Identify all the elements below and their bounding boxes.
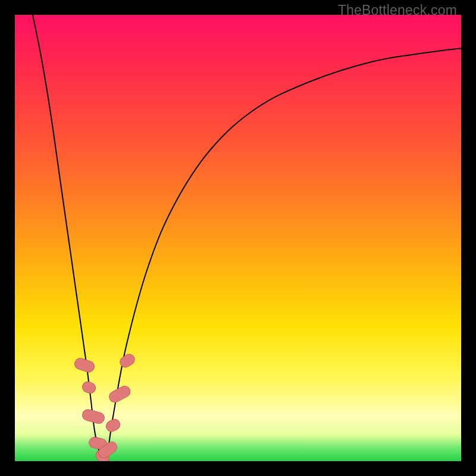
- bead-marker: [107, 384, 132, 404]
- frame: TheBottleneck.com: [0, 0, 476, 476]
- bead-marker: [81, 408, 105, 425]
- bead-marker: [81, 380, 97, 394]
- chart-canvas: [15, 15, 461, 461]
- curve-line: [33, 15, 461, 461]
- bead-marker: [104, 417, 122, 433]
- plot-area: [15, 15, 461, 461]
- bead-marker: [73, 357, 96, 374]
- bead-marker: [118, 352, 136, 369]
